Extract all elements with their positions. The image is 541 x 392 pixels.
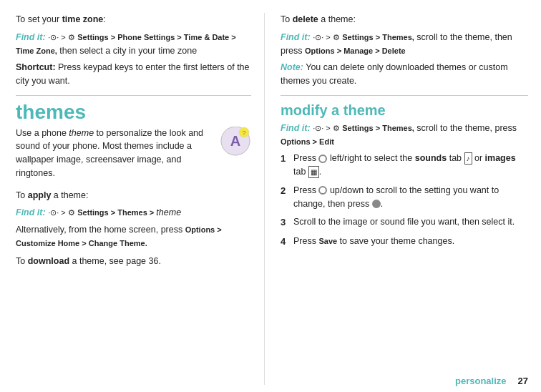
themes-intro-block: A ? Use a phone theme to personalize the… bbox=[16, 127, 251, 185]
right-column: To delete a theme: Find it: ·⊙· > ⚙ Sett… bbox=[265, 13, 541, 385]
find-it-suffix: then select a city in your time zone bbox=[59, 46, 197, 56]
mod-nav-icon: ·⊙· > bbox=[313, 124, 333, 132]
nav-ring-icon-2 bbox=[318, 186, 327, 195]
step-4-content: Press Save to save your theme changes. bbox=[293, 235, 528, 248]
apply-find-label: Find it: bbox=[16, 207, 46, 217]
divider-2 bbox=[281, 95, 528, 96]
step-2-num: 2 bbox=[281, 184, 293, 198]
shortcut-text: Shortcut: Press keypad keys to enter the… bbox=[16, 61, 251, 88]
timezone-intro: To set your time zone: bbox=[16, 13, 251, 26]
save-bold: Save bbox=[318, 237, 337, 245]
delete-section: To delete a theme: Find it: ·⊙· > ⚙ Sett… bbox=[281, 13, 528, 88]
nav-dot-icon: ·⊙· > bbox=[48, 33, 68, 41]
themes-description: Use a phone theme to personalize the loo… bbox=[16, 127, 251, 180]
apply-find-path: Settings > Themes > bbox=[77, 208, 156, 217]
step-1-content: Press left/right to select the sounds ta… bbox=[293, 152, 528, 179]
del-find-label: Find it: bbox=[281, 32, 311, 42]
modify-heading: modify a theme bbox=[281, 102, 528, 119]
step-3-num: 3 bbox=[281, 215, 293, 230]
step-4: 4 Press Save to save your theme changes. bbox=[281, 235, 528, 249]
step-3: 3 Scroll to the image or sound file you … bbox=[281, 215, 528, 230]
settings-icon: ⚙ bbox=[68, 33, 75, 41]
shortcut-label: Shortcut: bbox=[16, 62, 56, 72]
left-column: To set your time zone: Find it: ·⊙· > ⚙ … bbox=[0, 13, 265, 385]
alt-options: Options > Customize Home > Change Theme. bbox=[16, 225, 222, 248]
images-tab-icon: ▦ bbox=[308, 166, 319, 178]
delete-intro: To delete a theme: bbox=[281, 13, 528, 26]
timezone-section: To set your time zone: Find it: ·⊙· > ⚙ … bbox=[16, 13, 251, 88]
download-bold: download bbox=[28, 256, 69, 266]
apply-settings-icon: ⚙ bbox=[68, 208, 75, 217]
alt-text: Alternatively, from the home screen, pre… bbox=[16, 223, 251, 250]
step-1: 1 Press left/right to select the sounds … bbox=[281, 152, 528, 179]
del-nav-icon: ·⊙· > bbox=[313, 33, 333, 41]
theme-icon: A ? bbox=[220, 127, 251, 157]
download-text: To download a theme, see page 36. bbox=[16, 255, 251, 268]
modify-find-it: Find it: ·⊙· > ⚙ Settings > Themes, scro… bbox=[281, 122, 528, 149]
delete-bold: delete bbox=[293, 14, 318, 24]
themes-heading: themes bbox=[16, 102, 251, 124]
mod-find-opts: Options > Edit bbox=[281, 137, 334, 146]
step-2-content: Press up/down to scroll to the setting y… bbox=[293, 184, 528, 211]
footer-label: personalize bbox=[455, 376, 507, 386]
del-find-path: Settings > Themes, bbox=[342, 33, 414, 41]
step-1-num: 1 bbox=[281, 152, 293, 166]
apply-intro: To apply a theme: bbox=[16, 189, 251, 202]
step-4-num: 4 bbox=[281, 235, 293, 249]
delete-find-it: Find it: ·⊙· > ⚙ Settings > Themes, scro… bbox=[281, 31, 528, 58]
page-container: To set your time zone: Find it: ·⊙· > ⚙ … bbox=[0, 0, 541, 392]
page-footer: personalize 27 bbox=[455, 376, 528, 386]
mod-settings-icon: ⚙ bbox=[333, 124, 340, 132]
apply-nav-icon: ·⊙· > bbox=[48, 208, 68, 217]
sounds-tab-icon: ♪ bbox=[464, 152, 472, 165]
note-label: Note: bbox=[281, 62, 303, 72]
steps-list: 1 Press left/right to select the sounds … bbox=[281, 152, 528, 248]
find-it-label: Find it: bbox=[16, 32, 46, 42]
note-text: Note: You can delete only downloaded the… bbox=[281, 61, 528, 88]
theme-italic: theme bbox=[69, 128, 94, 138]
images-bold: images bbox=[485, 153, 516, 163]
sounds-bold: sounds bbox=[415, 153, 447, 163]
themes-section: themes A ? Use a phone theme to personal… bbox=[16, 102, 251, 268]
step-2: 2 Press up/down to scroll to the setting… bbox=[281, 184, 528, 211]
svg-text:A: A bbox=[230, 133, 240, 149]
theme-icon-wrap: A ? bbox=[220, 127, 251, 159]
step-3-content: Scroll to the image or sound file you wa… bbox=[293, 215, 528, 229]
svg-text:?: ? bbox=[242, 129, 245, 137]
timezone-bold: time zone bbox=[62, 14, 104, 24]
mod-find-path: Settings > Themes, bbox=[342, 124, 414, 132]
footer-page-number: 27 bbox=[518, 376, 528, 386]
del-find-opts: Options > Manage > Delete bbox=[305, 46, 406, 55]
apply-bold: apply bbox=[28, 190, 52, 200]
nav-ring-icon bbox=[318, 155, 327, 163]
del-settings-icon: ⚙ bbox=[333, 33, 340, 41]
apply-find-it: Find it: ·⊙· > ⚙ Settings > Themes > the… bbox=[16, 206, 251, 220]
timezone-find-it: Find it: ·⊙· > ⚙ Settings > Phone Settin… bbox=[16, 31, 251, 58]
divider-1 bbox=[16, 95, 251, 96]
mod-find-label: Find it: bbox=[281, 123, 311, 133]
apply-find-italic: theme bbox=[156, 207, 181, 217]
nav-center-icon bbox=[372, 200, 381, 208]
modify-section: modify a theme Find it: ·⊙· > ⚙ Settings… bbox=[281, 102, 528, 249]
